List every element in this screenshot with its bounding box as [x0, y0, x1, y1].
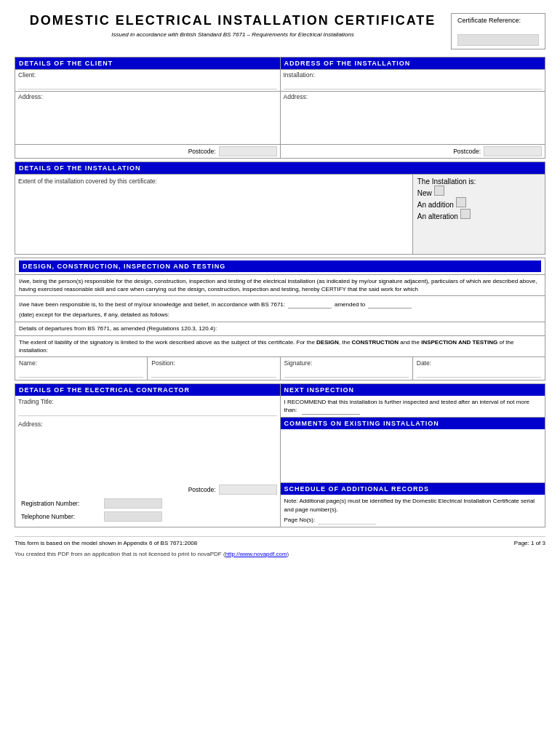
client-address-block: Address:: [15, 92, 280, 144]
install-right-cell: The Installation is: New An addition An …: [412, 175, 545, 255]
name-cell: Name:: [15, 356, 148, 380]
trading-block: Trading Title:: [15, 396, 280, 418]
contractor-postcode-label: Postcode:: [188, 486, 216, 493]
schedule-note: Note: Additional page(s) must be identif…: [284, 497, 542, 514]
new-row: New: [417, 186, 540, 197]
client-postcode-row: Postcode:: [15, 145, 280, 158]
next-insp-header: NEXT INSPECTION: [281, 384, 545, 396]
extent-area[interactable]: [18, 185, 409, 250]
extent-label: Extent of the installation covered by th…: [18, 178, 157, 185]
next-insp-input[interactable]: [302, 406, 360, 415]
amended-to-label: amended to: [335, 301, 365, 308]
design-section-table: DESIGN, CONSTRUCTION, INSPECTION AND TES…: [15, 258, 545, 381]
extent-block: Extent of the installation covered by th…: [15, 175, 412, 254]
position-input[interactable]: [151, 367, 276, 378]
install-left-cell: Extent of the installation covered by th…: [15, 175, 413, 255]
contractor-header: DETAILS OF THE ELECTRICAL CONTRACTOR: [15, 384, 280, 396]
tel-num-label: Telephone Number:: [21, 513, 101, 520]
install-address-label: Address:: [284, 93, 543, 100]
name-input[interactable]: [19, 367, 143, 378]
design-para2-row: I/we have been responsible is, to the be…: [19, 300, 541, 318]
cert-ref-label: Certificate Reference:: [457, 17, 539, 24]
reg-num-label: Registration Number:: [21, 500, 101, 507]
reg-tel-block: Registration Number: Telephone Number:: [15, 496, 280, 527]
position-label: Position:: [151, 359, 276, 367]
page-nos-label: Page No(s):: [284, 516, 316, 525]
client-input[interactable]: [18, 79, 277, 89]
page-nos-input[interactable]: [318, 516, 376, 525]
contractor-addr-block: Address:: [15, 418, 280, 483]
pdf-notice-before: You created this PDF from an application…: [15, 551, 225, 557]
tel-num-row: Telephone Number:: [21, 511, 274, 522]
signature-cell: Signature:: [280, 356, 412, 380]
date-input[interactable]: [417, 367, 541, 378]
date2-label: Date:: [417, 359, 541, 367]
contractor-addr-area[interactable]: [18, 429, 277, 479]
client-label: Client:: [18, 71, 277, 79]
install-is-label: The Installation is:: [417, 178, 540, 186]
schedule-header: SCHEDULE OF ADDITIONAL RECORDS: [281, 483, 545, 495]
client-postcode-label: Postcode:: [188, 148, 216, 155]
design-para1: I/we, being the person(s) responsible fo…: [19, 277, 541, 293]
alteration-checkbox[interactable]: [460, 209, 471, 219]
client-address-area[interactable]: [18, 101, 277, 141]
trading-label: Trading Title:: [18, 398, 277, 405]
schedule-body: Note: Additional page(s) must be identif…: [281, 495, 545, 527]
install-postcode-label: Postcode:: [453, 148, 481, 155]
signature-input[interactable]: [284, 367, 409, 378]
liability-text: The extent of liability of the signatory…: [19, 338, 541, 354]
install-postcode-input[interactable]: [484, 146, 542, 156]
page-footer: This form is based on the model shown in…: [15, 536, 545, 546]
comments-body: [281, 429, 545, 482]
addition-checkbox[interactable]: [456, 197, 466, 207]
design-header: DESIGN, CONSTRUCTION, INSPECTION AND TES…: [19, 260, 541, 272]
client-header: DETAILS OF THE CLIENT: [15, 57, 280, 69]
bs7671-input[interactable]: [288, 300, 332, 308]
main-title: DOMESTIC ELECTRICAL INSTALLATION CERTIFI…: [15, 13, 451, 28]
install-postcode-row: Postcode:: [281, 145, 545, 158]
cert-ref-box: Certificate Reference:: [451, 13, 545, 49]
page: DOMESTIC ELECTRICAL INSTALLATION CERTIFI…: [0, 0, 560, 745]
reg-num-input[interactable]: [104, 498, 162, 509]
client-postcode-input[interactable]: [219, 146, 277, 156]
installation-input[interactable]: [284, 79, 543, 89]
amended-to-input[interactable]: [368, 300, 412, 308]
client-address-table: DETAILS OF THE CLIENT ADDRESS OF THE INS…: [15, 57, 545, 159]
cert-ref-input[interactable]: [457, 34, 539, 46]
client-address-label: Address:: [18, 93, 277, 100]
installation-field-block: Installation:: [281, 70, 545, 91]
contractor-addr-label: Address:: [18, 421, 277, 428]
design-para2-text: I/we have been responsible is, to the be…: [19, 301, 285, 308]
pdf-notice-after: ): [287, 551, 289, 557]
pdf-notice-link[interactable]: http://www.novapdf.com: [225, 551, 287, 557]
signature-label: Signature:: [284, 359, 409, 367]
form-note: This form is based on the model shown in…: [15, 540, 197, 546]
installation-details-header: DETAILS OF THE INSTALLATION: [15, 162, 545, 174]
position-cell: Position:: [148, 356, 280, 380]
sub-title: Issued in accordance with British Standa…: [15, 31, 451, 38]
new-label: New: [417, 189, 432, 197]
comments-area[interactable]: [284, 431, 542, 479]
install-address-block: Address:: [281, 92, 545, 144]
contractor-postcode-row: Postcode:: [15, 483, 280, 496]
alteration-label: An alteration: [417, 212, 458, 220]
installation-label: Installation:: [284, 71, 543, 79]
date-cell: Date:: [412, 356, 545, 380]
reg-num-row: Registration Number:: [21, 498, 274, 509]
name-label: Name:: [19, 359, 143, 367]
page-info: Page: 1 of 3: [514, 540, 545, 546]
client-field-block: Client:: [15, 70, 280, 91]
header-section: DOMESTIC ELECTRICAL INSTALLATION CERTIFI…: [15, 13, 545, 49]
date-label: (date) except for the departures, if any…: [19, 311, 169, 318]
trading-input[interactable]: [18, 406, 277, 416]
tel-num-input[interactable]: [104, 511, 162, 522]
addition-row: An addition: [417, 197, 540, 209]
departures-label: Details of departures from BS 7671, as a…: [19, 324, 541, 332]
title-block: DOMESTIC ELECTRICAL INSTALLATION CERTIFI…: [15, 13, 451, 38]
schedule-page-row: Page No(s):: [284, 516, 542, 525]
new-checkbox[interactable]: [434, 186, 444, 196]
contractor-postcode-input[interactable]: [219, 485, 277, 495]
bottom-section-table: DETAILS OF THE ELECTRICAL CONTRACTOR Tra…: [15, 383, 545, 527]
installation-section: DETAILS OF THE INSTALLATION Extent of th…: [15, 162, 545, 255]
install-address-area[interactable]: [284, 101, 543, 141]
